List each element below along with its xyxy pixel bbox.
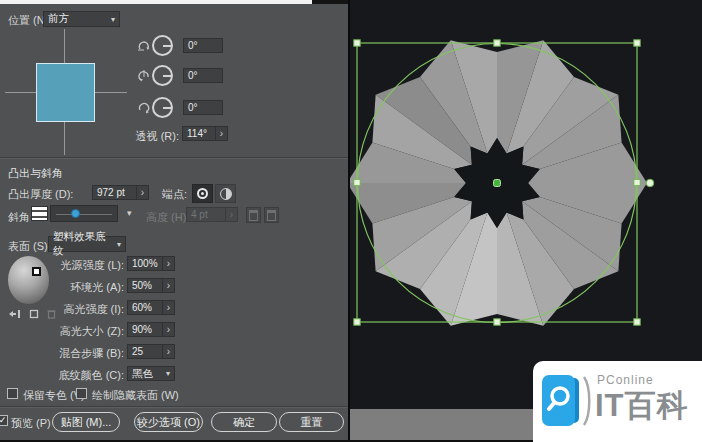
- chevron-down-icon: ▾: [111, 15, 115, 24]
- rotate-y-icon: [137, 69, 151, 83]
- light-intensity-value[interactable]: 100%: [127, 256, 163, 271]
- light-intensity-slider-button[interactable]: ›: [162, 256, 175, 271]
- surface-dropdown[interactable]: 塑料效果底纹 ▾: [48, 236, 126, 252]
- bevel-extent-out-icon: [249, 210, 258, 221]
- screenshot-root: 位置 (N): 前方 ▾ 0° 0° 0° 透视: [0, 0, 702, 442]
- position-value: 前方: [48, 12, 69, 26]
- blend-steps-slider-button[interactable]: ›: [162, 344, 175, 359]
- ambient-light-label: 环境光 (A):: [20, 280, 124, 295]
- bevel-height-slider-button: ›: [225, 207, 238, 222]
- highlight-intensity-slider-button[interactable]: ›: [162, 300, 175, 315]
- track-cube-face[interactable]: [36, 63, 95, 122]
- hidden-faces-checkbox[interactable]: [76, 388, 87, 399]
- fewer-options-button[interactable]: 较少选项 (O): [134, 412, 203, 432]
- map-art-button[interactable]: 贴图 (M)...: [52, 412, 120, 432]
- watermark-title: IT百科: [595, 385, 689, 427]
- bevel-extent-in-button: [264, 207, 279, 223]
- blend-steps-label: 混合步骤 (B):: [20, 346, 124, 361]
- blend-steps-value[interactable]: 25: [127, 344, 163, 359]
- footer-divider: [0, 406, 348, 408]
- preview-checkbox[interactable]: ✓: [0, 415, 8, 426]
- perspective-label: 透视 (R):: [131, 129, 179, 144]
- bevel-label: 斜角:: [8, 210, 33, 225]
- rotate-z-value[interactable]: 0°: [183, 100, 223, 115]
- ok-button[interactable]: 确定: [211, 412, 277, 432]
- bevel-slider-knob[interactable]: [71, 209, 80, 218]
- bevel-height-value: 4 pt: [186, 207, 226, 222]
- rotate-z-dial[interactable]: [152, 97, 173, 118]
- bevel-height-label: 高度 (H):: [146, 210, 189, 225]
- shading-color-dropdown[interactable]: 黑色 ▾: [127, 366, 175, 381]
- 3d-extrude-bevel-dialog: 位置 (N): 前方 ▾ 0° 0° 0° 透视: [0, 0, 348, 442]
- cap-hollow-button[interactable]: [215, 184, 236, 203]
- perspective-value[interactable]: 114°: [182, 126, 216, 141]
- depth-label: 凸出厚度 (D):: [8, 187, 73, 202]
- bevel-extent-out-button: [246, 207, 261, 223]
- preserve-spot-checkbox[interactable]: [7, 388, 18, 399]
- bevel-slider[interactable]: [50, 205, 118, 222]
- highlight-intensity-label: 高光强度 (I):: [20, 302, 124, 317]
- caps-label: 端点:: [162, 187, 187, 202]
- rotate-x-value[interactable]: 0°: [183, 38, 223, 53]
- rotate-z-icon: [137, 101, 151, 115]
- cap-solid-icon: [197, 188, 208, 199]
- light-intensity-label: 光源强度 (L):: [20, 258, 124, 273]
- surface-value: 塑料效果底纹: [53, 230, 113, 258]
- preview-label: 预览 (P): [11, 416, 51, 431]
- highlight-intensity-value[interactable]: 60%: [127, 300, 163, 315]
- position-dropdown[interactable]: 前方 ▾: [43, 11, 120, 27]
- artboard-canvas[interactable]: PConline IT百科: [348, 0, 702, 442]
- highlight-size-value[interactable]: 90%: [127, 322, 163, 337]
- hidden-faces-label: 绘制隐藏表面 (W): [92, 388, 179, 403]
- bevel-slider-track: [56, 214, 112, 215]
- highlight-size-slider-button[interactable]: ›: [162, 322, 175, 337]
- magnifier-icon: [542, 375, 575, 426]
- section-divider: [0, 157, 348, 159]
- rotate-y-value[interactable]: 0°: [183, 68, 223, 83]
- logo-bracket: [583, 376, 593, 426]
- reset-button[interactable]: 重置: [279, 412, 344, 432]
- perspective-slider-button[interactable]: ›: [215, 126, 228, 141]
- watermark-badge: PConline IT百科: [533, 361, 702, 442]
- rotate-y-dial[interactable]: [152, 65, 173, 86]
- ambient-light-slider-button[interactable]: ›: [162, 278, 175, 293]
- highlight-size-label: 高光大小 (Z):: [20, 324, 124, 339]
- depth-value[interactable]: 972 pt: [92, 185, 137, 200]
- shading-color-value: 黑色: [132, 367, 153, 381]
- bevel-dropdown-arrow-icon[interactable]: ▾: [127, 208, 132, 218]
- bevel-preview-icon: [31, 206, 48, 221]
- surface-label: 表面 (S):: [8, 239, 51, 254]
- pconline-logo-icon: [542, 375, 580, 426]
- cap-hollow-icon: [220, 188, 232, 200]
- depth-slider-button[interactable]: ›: [136, 185, 149, 200]
- rotate-x-dial[interactable]: [152, 35, 173, 56]
- bevel-extent-in-icon: [267, 210, 276, 221]
- ambient-light-value[interactable]: 50%: [127, 278, 163, 293]
- chevron-down-icon: ▾: [117, 240, 121, 249]
- window-top-edge: [0, 0, 312, 4]
- chevron-down-icon: ▾: [166, 369, 170, 378]
- rotate-x-icon: [137, 39, 151, 53]
- extrude-section-title: 凸出与斜角: [8, 166, 63, 181]
- window-top-edge-dark: [312, 0, 348, 4]
- track-cube[interactable]: [0, 26, 132, 158]
- shading-color-label: 底纹颜色 (C):: [20, 368, 124, 383]
- cap-solid-button[interactable]: [192, 184, 213, 203]
